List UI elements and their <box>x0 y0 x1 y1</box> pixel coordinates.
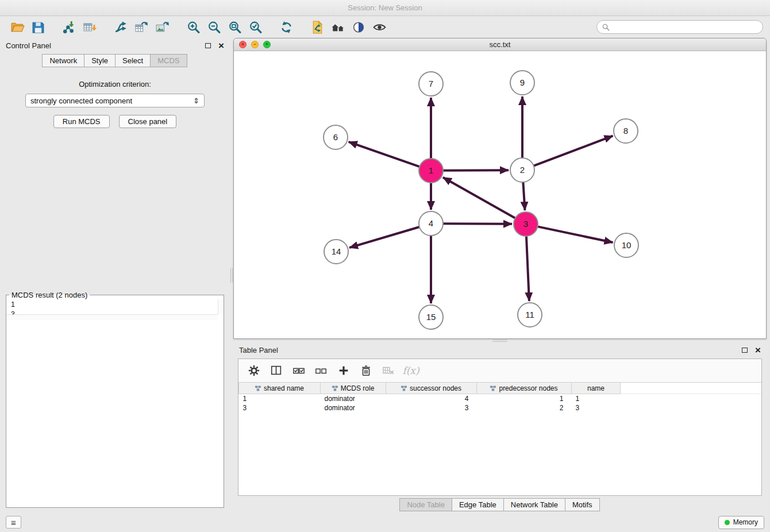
delete-column-button[interactable] <box>356 362 376 379</box>
cell-predecessor-nodes[interactable]: 2 <box>477 403 572 413</box>
result-horizontal-scrollbar[interactable] <box>6 314 218 320</box>
cell-predecessor-nodes[interactable]: 1 <box>477 394 572 403</box>
edge-3-10[interactable] <box>538 226 613 242</box>
search-box[interactable] <box>596 20 763 34</box>
edge-4-3[interactable] <box>443 223 512 224</box>
splitter-grip <box>492 340 507 342</box>
tab-mcds[interactable]: MCDS <box>150 54 187 67</box>
save-session-button[interactable] <box>28 18 48 36</box>
overview-button[interactable] <box>328 18 348 36</box>
close-panel-button[interactable]: Close panel <box>119 115 177 128</box>
tab-node-table[interactable]: Node Table <box>399 498 452 511</box>
trash-icon <box>360 364 372 377</box>
clone-network-button[interactable] <box>131 18 152 36</box>
window-controls: × − + <box>239 41 271 48</box>
tab-edge-table[interactable]: Edge Table <box>452 498 504 511</box>
table-container: f(x) shared name <box>238 358 762 496</box>
status-menu-button[interactable]: ≡ <box>6 516 21 529</box>
edge-2-8[interactable] <box>534 136 613 165</box>
result-vertical-scrollbar[interactable] <box>218 299 224 314</box>
header-filler <box>621 383 762 394</box>
close-panel-icon[interactable]: × <box>218 41 224 51</box>
cell-mcds-role[interactable]: dominator <box>321 403 386 413</box>
edge-1-2[interactable] <box>443 170 509 171</box>
delete-table-button[interactable] <box>379 362 398 379</box>
column-header-mcds-role[interactable]: MCDS role <box>321 383 386 394</box>
network-canvas[interactable]: 7968124314101511 <box>234 51 766 338</box>
tab-style[interactable]: Style <box>84 54 116 67</box>
tab-network[interactable]: Network <box>42 54 84 67</box>
cell-successor-nodes[interactable]: 4 <box>386 394 477 403</box>
edge-3-1[interactable] <box>443 178 515 218</box>
import-table-icon <box>83 20 97 34</box>
tab-select[interactable]: Select <box>115 54 151 67</box>
fork-arrows-icon <box>114 20 128 34</box>
cell-shared-name[interactable]: 1 <box>239 394 321 403</box>
show-columns-button[interactable] <box>267 362 286 379</box>
float-panel-icon[interactable] <box>205 43 211 48</box>
zoom-out-button[interactable] <box>203 18 224 36</box>
export-image-button[interactable] <box>152 18 172 36</box>
close-panel-icon[interactable]: × <box>755 345 761 355</box>
cell-successor-nodes[interactable]: 3 <box>386 403 477 413</box>
network-graph[interactable]: 7968124314101511 <box>234 51 766 338</box>
menu-icon: ≡ <box>11 518 16 527</box>
table-row[interactable]: 1 dominator 4 1 1 <box>239 394 762 403</box>
edge-3-11[interactable] <box>526 236 529 301</box>
control-panel-title: Control Panel <box>6 41 51 50</box>
table-settings-button[interactable] <box>244 362 264 379</box>
network-file-button[interactable] <box>307 18 328 36</box>
table-panel-header: Table Panel × <box>233 342 767 357</box>
search-input[interactable] <box>613 23 757 31</box>
close-window-icon[interactable]: × <box>239 41 247 48</box>
table-row[interactable]: 3 dominator 3 2 3 <box>239 403 762 413</box>
open-session-button[interactable] <box>7 18 28 36</box>
column-header-name[interactable]: name <box>572 383 621 394</box>
main-toolbar <box>0 16 770 38</box>
float-panel-icon[interactable] <box>742 348 748 353</box>
run-mcds-button[interactable]: Run MCDS <box>53 115 110 128</box>
network-window: × − + scc.txt 7968124314101511 <box>233 38 767 339</box>
minimize-window-icon[interactable]: − <box>251 41 259 48</box>
control-panel-header: Control Panel × <box>0 38 230 53</box>
workspace: Control Panel × Network Style Select MCD… <box>0 38 770 512</box>
apply-layout-button[interactable] <box>276 18 297 36</box>
memory-button[interactable]: Memory <box>718 516 764 529</box>
zoom-fit-button[interactable] <box>224 18 245 36</box>
edge-4-14[interactable] <box>349 227 419 248</box>
edge-1-6[interactable] <box>349 142 420 167</box>
edge-2-3[interactable] <box>523 182 525 210</box>
column-header-successor-nodes[interactable]: successor nodes <box>386 383 477 394</box>
save-floppy-icon <box>31 20 45 34</box>
optimization-select[interactable]: strongly connected component ⇕ <box>25 94 205 107</box>
add-column-button[interactable] <box>334 362 353 379</box>
network-window-titlebar[interactable]: × − + scc.txt <box>234 38 766 51</box>
table-panel: Table Panel × <box>233 342 767 512</box>
tab-motifs[interactable]: Motifs <box>565 498 600 511</box>
cell-name[interactable]: 1 <box>572 394 621 403</box>
zoom-selected-icon <box>248 20 263 34</box>
zoom-window-icon[interactable]: + <box>263 41 271 48</box>
right-column: × − + scc.txt 7968124314101511 <box>233 38 770 512</box>
deselect-all-button[interactable] <box>311 362 331 379</box>
column-header-predecessor-nodes[interactable]: predecessor nodes <box>477 383 572 394</box>
function-builder-button[interactable]: f(x) <box>401 362 421 379</box>
import-table-button[interactable] <box>79 18 100 36</box>
column-header-shared-name[interactable]: shared name <box>239 383 321 394</box>
window-titlebar[interactable]: Session: New Session <box>0 0 770 16</box>
select-all-button[interactable] <box>289 362 309 379</box>
column-tree-icon <box>255 385 261 391</box>
tab-network-table[interactable]: Network Table <box>503 498 565 511</box>
cell-name[interactable]: 3 <box>572 403 621 413</box>
cell-mcds-role[interactable]: dominator <box>321 394 386 403</box>
vizmap-button[interactable] <box>348 18 369 36</box>
new-network-button[interactable] <box>110 18 131 36</box>
zoom-in-button[interactable] <box>183 18 203 36</box>
cell-shared-name[interactable]: 3 <box>239 403 321 413</box>
import-network-button[interactable] <box>59 18 79 36</box>
node-label-10: 10 <box>622 240 632 250</box>
zoom-selected-button[interactable] <box>245 18 265 36</box>
memory-status-icon <box>725 520 730 525</box>
show-hide-button[interactable] <box>369 18 390 36</box>
home-icon <box>331 20 345 34</box>
